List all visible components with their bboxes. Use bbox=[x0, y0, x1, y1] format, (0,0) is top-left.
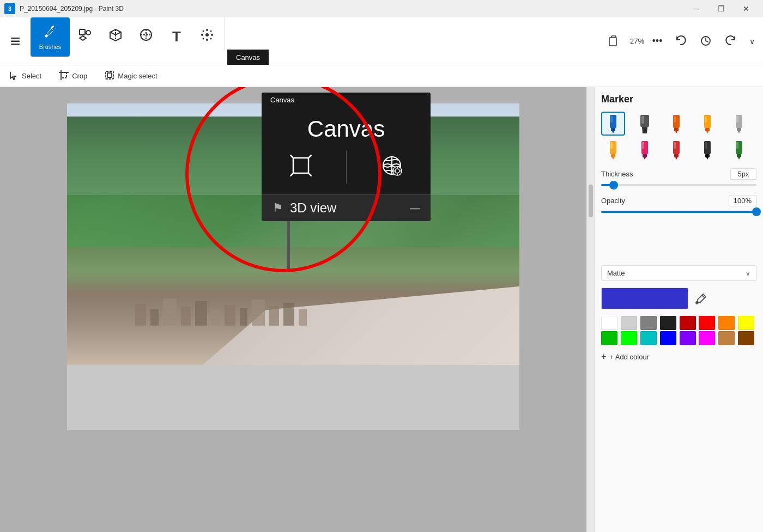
2d-shapes-tool[interactable] bbox=[70, 17, 100, 57]
svg-marker-65 bbox=[644, 157, 646, 160]
crop-tool[interactable]: Crop bbox=[55, 68, 92, 84]
3d-view-dash: — bbox=[410, 203, 420, 214]
color-magenta[interactable] bbox=[699, 331, 715, 345]
brush-marker-orange[interactable] bbox=[664, 112, 688, 136]
svg-point-6 bbox=[86, 30, 90, 35]
select-tool[interactable]: Select bbox=[4, 68, 46, 84]
svg-point-80 bbox=[696, 302, 698, 304]
more-options[interactable]: ••• bbox=[649, 22, 666, 61]
restore-button[interactable]: ❐ bbox=[708, 0, 734, 17]
svg-marker-57 bbox=[738, 131, 740, 133]
scroll-divider[interactable] bbox=[586, 87, 594, 532]
opacity-fill bbox=[601, 211, 756, 213]
marker-blue-icon bbox=[604, 114, 622, 133]
color-tan[interactable] bbox=[718, 331, 735, 345]
canvas-popup-title: Canvas bbox=[262, 107, 431, 146]
svg-point-14 bbox=[211, 34, 213, 36]
canvas-icon-button[interactable] bbox=[290, 155, 312, 180]
window-controls: ─ ❐ ✕ bbox=[683, 0, 759, 17]
color-red[interactable] bbox=[699, 316, 715, 330]
color-purple[interactable] bbox=[680, 331, 696, 345]
marker-gray-icon bbox=[730, 114, 748, 133]
magic-select-tool[interactable]: Magic select bbox=[100, 68, 161, 84]
svg-marker-69 bbox=[675, 157, 677, 160]
color-brown[interactable] bbox=[738, 331, 754, 345]
svg-line-3 bbox=[51, 26, 53, 28]
color-orange[interactable] bbox=[718, 316, 735, 330]
canvas-tab-button[interactable]: Canvas bbox=[227, 50, 269, 65]
zoom-level: 27% bbox=[630, 37, 644, 45]
brush-marker-dark[interactable] bbox=[695, 138, 719, 162]
2d-shapes-icon bbox=[77, 27, 93, 46]
brush-marker-pink[interactable] bbox=[633, 138, 657, 162]
thickness-thumb[interactable] bbox=[609, 181, 618, 189]
color-gray[interactable] bbox=[640, 316, 657, 330]
svg-rect-48 bbox=[674, 128, 679, 131]
color-yellow[interactable] bbox=[738, 316, 754, 330]
color-blue[interactable] bbox=[660, 331, 676, 345]
more-icon: ••• bbox=[652, 35, 663, 47]
3d-view-row[interactable]: ⚑ 3D view — bbox=[262, 195, 431, 221]
canvas-below bbox=[67, 365, 519, 430]
svg-rect-64 bbox=[643, 154, 647, 157]
secondary-toolbar: Select Crop Magic select bbox=[0, 65, 763, 87]
add-colour-button[interactable]: + + Add colour bbox=[601, 350, 756, 364]
redo-button[interactable] bbox=[720, 22, 741, 61]
text-tool[interactable]: T bbox=[161, 17, 192, 57]
opacity-header: Opacity 100% bbox=[601, 195, 756, 206]
brush-marker-gray[interactable] bbox=[727, 112, 751, 136]
brushes-label: Brushes bbox=[39, 44, 61, 50]
svg-rect-21 bbox=[61, 72, 66, 78]
close-button[interactable]: ✕ bbox=[734, 0, 759, 17]
scroll-thumb[interactable] bbox=[589, 185, 593, 217]
svg-rect-58 bbox=[736, 116, 738, 123]
3d-object-icon-button[interactable] bbox=[381, 155, 403, 180]
brush-marker-yellow[interactable] bbox=[601, 138, 625, 162]
color-palette bbox=[601, 316, 756, 345]
svg-point-17 bbox=[203, 38, 204, 40]
effects-tool[interactable] bbox=[192, 17, 222, 57]
svg-rect-40 bbox=[611, 128, 615, 131]
eyedropper-button[interactable] bbox=[693, 290, 710, 307]
color-darkred[interactable] bbox=[680, 316, 696, 330]
color-lightgray[interactable] bbox=[621, 316, 637, 330]
brush-marker-red[interactable] bbox=[664, 138, 688, 162]
color-black[interactable] bbox=[660, 316, 676, 330]
brush-marker-amber[interactable] bbox=[695, 112, 719, 136]
svg-point-15 bbox=[203, 30, 204, 32]
popup-separator bbox=[346, 151, 347, 184]
color-white[interactable] bbox=[601, 316, 617, 330]
select-icon bbox=[9, 70, 19, 82]
magic-select-icon bbox=[105, 70, 114, 82]
minimize-button[interactable]: ─ bbox=[683, 0, 708, 17]
select-label: Select bbox=[22, 72, 41, 80]
ribbon-separator bbox=[225, 17, 225, 50]
open-button[interactable] bbox=[4, 30, 26, 52]
canvas-popup: Canvas Canvas bbox=[262, 93, 431, 221]
color-green[interactable] bbox=[621, 331, 637, 345]
color-teal[interactable] bbox=[640, 331, 657, 345]
svg-rect-76 bbox=[737, 154, 741, 157]
calligraphy-icon bbox=[636, 114, 653, 133]
thickness-slider[interactable] bbox=[601, 184, 756, 186]
brushes-tool[interactable]: Brushes bbox=[31, 17, 70, 57]
brush-marker-green[interactable] bbox=[727, 138, 751, 162]
brush-calligraphy[interactable] bbox=[633, 112, 657, 136]
history-button[interactable] bbox=[695, 22, 716, 61]
undo-icon bbox=[675, 35, 687, 48]
color-darkgreen[interactable] bbox=[601, 331, 617, 345]
canvas-popup-tab: Canvas bbox=[262, 93, 431, 107]
3d-shapes-tool[interactable] bbox=[100, 17, 131, 57]
canvas-area[interactable]: Canvas Canvas bbox=[0, 87, 586, 532]
selected-color-box[interactable] bbox=[601, 288, 688, 309]
expand-button[interactable]: ∨ bbox=[746, 22, 759, 61]
svg-point-4 bbox=[45, 35, 48, 38]
paste-tool[interactable] bbox=[602, 22, 626, 61]
material-dropdown[interactable]: Matte ∨ bbox=[601, 265, 756, 281]
undo-button[interactable] bbox=[670, 22, 691, 61]
stickers-tool[interactable] bbox=[131, 17, 161, 57]
opacity-slider[interactable] bbox=[601, 211, 756, 213]
brush-marker-blue[interactable] bbox=[601, 112, 625, 136]
opacity-thumb[interactable] bbox=[752, 207, 761, 216]
svg-rect-60 bbox=[611, 154, 615, 157]
